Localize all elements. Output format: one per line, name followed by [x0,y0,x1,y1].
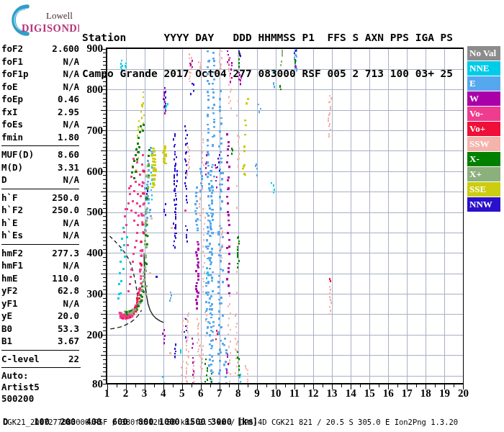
legend-item-nne: NNE [467,61,500,76]
parameter-value: N/A [63,259,79,272]
parameter-row-b0: B053.3 [1,323,79,336]
parameter-label: hmF2 [1,247,23,260]
parameter-label: fxI [1,106,18,119]
parameter-row-fof1: foF1N/A [1,55,79,68]
parameter-row-foep: foEp0.46 [1,93,79,106]
legend-item-w: W [467,91,500,106]
station-header-line2: Campo Grande 2017 Oct04 277 083000 RSF 0… [82,68,453,80]
legend-item-vo-: Vo- [467,107,500,121]
parameter-value: 0.46 [58,93,79,106]
parameter-value: 3.31 [58,161,79,174]
parameter-label: hmF1 [1,259,23,272]
legend: No ValNNEEWVo-Vo+SSWX-X+SSENNW [467,46,500,212]
legend-item-x+: X+ [467,167,500,181]
parameter-label: yF2 [1,284,18,297]
parameter-value: 277.3 [52,247,79,260]
parameter-value: N/A [63,118,79,131]
parameter-group: foF22.600foF1N/AfoF1pN/AfoEN/AfoEp0.46fx… [1,42,79,143]
parameter-row-mufd: MUF(D)8.60 [1,148,79,161]
parameter-group: hmF2277.3hmF1N/AhmE110.0yF262.8yF1N/AyE2… [1,244,79,348]
parameter-value: 22 [68,353,79,366]
distance-muf-table: D 100 200 400 600 800 1000 1500 3000 [km… [3,398,263,432]
parameter-row-hmf2: hmF2277.3 [1,247,79,260]
parameter-row-hmf1: hmF1N/A [1,259,79,272]
parameter-row-yf1: yF1N/A [1,297,79,310]
parameter-value: N/A [63,229,79,242]
legend-item-sse: SSE [467,182,500,197]
parameter-label: foF2 [1,42,23,55]
parameter-label: B0 [1,323,12,336]
parameter-label: M(D) [1,161,23,174]
parameter-row-foe: foEN/A [1,81,79,94]
legend-item-noval: No Val [467,46,500,60]
parameter-label: h`Es [1,229,23,242]
parameter-value: N/A [63,55,79,68]
parameter-row-yf2: yF262.8 [1,284,79,297]
parameter-row-ye: yE20.0 [1,310,79,323]
parameter-label: yF1 [1,297,18,310]
legend-item-vo+: Vo+ [467,122,500,136]
parameter-value: N/A [63,174,79,186]
parameter-label: fmin [1,131,23,144]
parameter-value: 8.60 [58,148,79,161]
autoscaling-line: Auto: [1,370,81,382]
parameter-row-fmin: fmin1.80 [1,131,79,144]
parameter-row-hme: hmE110.0 [1,272,79,285]
parameter-row-fof2: foF22.600 [1,42,79,55]
parameter-label: foE [1,81,18,94]
parameter-label: C-level [1,353,40,366]
parameter-label: D [1,174,7,186]
station-header-line1: Station YYYY DAY DDD HHMMSS P1 FFS S AXN… [82,32,453,44]
parameter-row-hf: h`F250.0 [1,192,79,204]
parameter-row-hes: h`EsN/A [1,229,79,242]
parameter-value: 53.3 [58,323,79,336]
parameter-label: foEs [1,118,23,131]
parameter-value: N/A [63,217,79,230]
parameter-value: 1.80 [58,131,79,144]
legend-item-nnw: NNW [467,197,500,212]
parameter-row-b1: B13.67 [1,335,79,348]
parameter-label: h`F2 [1,204,23,217]
parameter-label: yE [1,310,12,323]
parameter-value: 20.0 [58,310,79,323]
parameter-value: N/A [63,297,79,310]
parameter-group: h`F250.0h`F2250.0h`EN/Ah`EsN/A [1,189,79,242]
parameter-row-d: DN/A [1,174,79,186]
logo-lowell-text: Lowell [46,10,73,21]
legend-item-ssw: SSW [467,137,500,151]
parameter-group: MUF(D)8.60M(D)3.31DN/A [1,145,79,186]
digisonde-logo: Lowell DIGISONDE [1,1,79,39]
parameter-row-he: h`EN/A [1,217,79,230]
parameter-label: B1 [1,335,12,348]
parameter-value: 2.95 [58,106,79,119]
parameter-label: foF1 [1,55,23,68]
parameter-label: hmE [1,272,18,285]
parameter-label: foF1p [1,68,29,81]
parameter-row-foes: foEsN/A [1,118,79,131]
autoscaling-line: Artist5 [1,382,81,393]
parameter-label: foEp [1,93,23,106]
footer-filename: CGK21_2017277083000.RSF / 380fx512h 50 k… [3,418,458,426]
parameter-group: C-level22 [1,350,79,366]
station-header: Station YYYY DAY DDD HHMMSS P1 FFS S AXN… [82,8,453,103]
parameter-value: 3.67 [58,335,79,348]
parameter-label: MUF(D) [1,148,34,161]
legend-item-e: E [467,76,500,91]
parameter-value: 2.600 [52,42,79,55]
parameter-row-clevel: C-level22 [1,353,79,366]
parameter-value: 62.8 [58,284,79,297]
ionogram-screen: Lowell DIGISONDE Station YYYY DAY DDD HH… [0,0,504,432]
parameter-row-hf2: h`F2250.0 [1,204,79,217]
parameter-value: 250.0 [52,204,79,217]
parameter-row-fxi: fxI2.95 [1,106,79,119]
parameter-label: h`F [1,192,18,204]
parameter-value: N/A [63,81,79,94]
parameter-value: 250.0 [52,192,79,204]
logo-digisonde-text: DIGISONDE [22,22,79,34]
legend-item-x-: X- [467,152,500,166]
parameter-row-fof1p: foF1pN/A [1,68,79,81]
parameter-value: N/A [63,68,79,81]
parameter-panel: foF22.600foF1N/AfoF1pN/AfoEN/AfoEp0.46fx… [1,42,81,405]
parameter-row-md: M(D)3.31 [1,161,79,174]
parameter-value: 110.0 [52,272,79,285]
